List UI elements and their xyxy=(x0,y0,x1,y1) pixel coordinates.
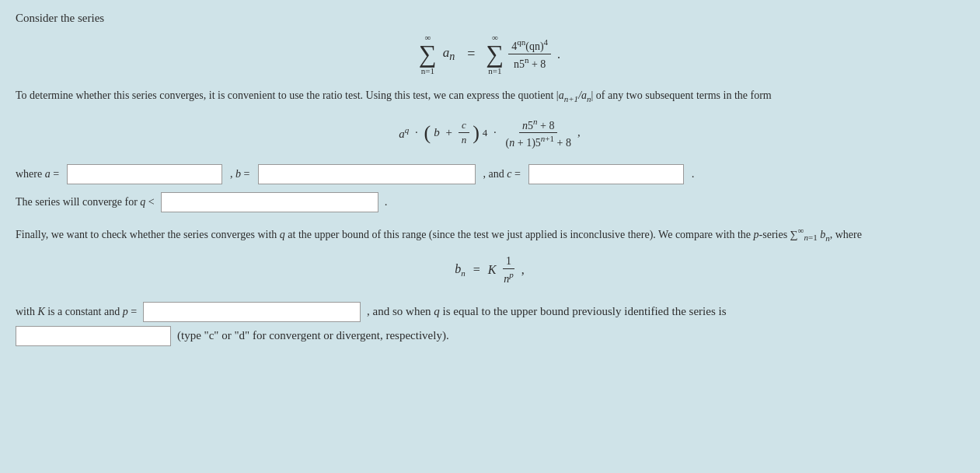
ratio-paren-open: ( xyxy=(424,123,431,143)
where-abc-line: where a = , b = , and c = . xyxy=(16,164,964,184)
bn-formula: bn = K 1 np , xyxy=(16,254,964,286)
series-dot: . xyxy=(557,47,560,61)
ratio-right-fraction: n5n + 8 (n + 1)5n+1 + 8 xyxy=(503,116,574,150)
input-c[interactable] xyxy=(528,164,684,184)
last-input-line: (type "c" or "d" for convergent or diver… xyxy=(16,326,964,346)
sigma-symbol-right: ∑ xyxy=(486,40,504,68)
bn-fraction: 1 np xyxy=(500,254,517,286)
and-so-label: , and so when q is equal to the upper bo… xyxy=(367,305,726,318)
ratio-expression: aq · ( b + c n ) 4 · n5n + 8 (n + 1)5n+1… xyxy=(16,116,964,150)
a-subscript-label: an+1/an xyxy=(559,89,591,101)
series-numer: 4qn(qn)4 xyxy=(508,37,551,54)
series-formula: ∞ ∑ n=1 an = ∞ ∑ n=1 4qn(qn)4 n5n + 8 . xyxy=(16,33,964,75)
converge-line: The series will converge for q < . xyxy=(16,192,964,212)
ratio-dot2: · xyxy=(490,126,499,139)
bn-numer: 1 xyxy=(503,254,514,269)
input-p[interactable] xyxy=(143,302,361,322)
ratio-paren-close: ) xyxy=(473,123,480,143)
content-area: Consider the series ∞ ∑ n=1 an = ∞ ∑ n=1… xyxy=(16,12,964,346)
series-fraction: 4qn(qn)4 n5n + 8 xyxy=(508,37,551,71)
input-final[interactable] xyxy=(16,326,171,346)
where-a-label: where a = xyxy=(16,168,59,180)
bn-K-label: K xyxy=(488,263,497,277)
an-label: an xyxy=(443,45,455,63)
ratio-right-denom: (n + 1)5n+1 + 8 xyxy=(503,133,574,150)
equals-sign: = xyxy=(467,46,475,62)
period-1: . xyxy=(692,167,695,180)
left-sigma: ∞ ∑ n=1 xyxy=(419,33,437,75)
input-b[interactable] xyxy=(258,164,476,184)
and-c-label: , and c = xyxy=(483,168,521,180)
with-k-label: with K is a constant and p = xyxy=(16,306,137,318)
sigma-bottom-left: n=1 xyxy=(421,66,434,75)
bn-label: bn xyxy=(455,262,466,278)
sigma-bottom-right: n=1 xyxy=(488,66,501,75)
with-k-line: with K is a constant and p = , and so wh… xyxy=(16,302,964,322)
b-label: , b = xyxy=(230,168,249,180)
input-converge[interactable] xyxy=(161,192,378,212)
ratio-dot1: · xyxy=(412,126,420,139)
description-text: To determine whether this series converg… xyxy=(16,87,964,106)
ratio-b-label: b xyxy=(434,126,440,139)
bn-equals: = xyxy=(470,263,483,277)
type-hint: (type "c" or "d" for convergent or diver… xyxy=(177,329,449,342)
ratio-power: 4 xyxy=(483,127,488,139)
sigma-symbol-left: ∑ xyxy=(419,40,437,68)
right-sigma: ∞ ∑ n=1 xyxy=(486,33,504,75)
c-over-n-fraction: c n xyxy=(459,118,470,147)
input-a[interactable] xyxy=(67,164,222,184)
c-numer: c xyxy=(459,118,469,133)
ratio-comma: , xyxy=(577,126,581,139)
intro-label: Consider the series xyxy=(16,12,104,24)
bn-denom: np xyxy=(500,269,517,286)
finally-text: Finally, we want to check whether the se… xyxy=(16,224,964,245)
period-2: . xyxy=(385,195,388,208)
series-denom: n5n + 8 xyxy=(511,54,549,72)
converge-label: The series will converge for q < xyxy=(16,196,155,208)
ratio-plus: + xyxy=(443,126,455,139)
ratio-a-label: aq xyxy=(399,125,409,141)
n-denom: n xyxy=(459,133,470,147)
intro-text: Consider the series xyxy=(16,12,964,25)
bn-comma: , xyxy=(521,263,525,277)
ratio-right-numer: n5n + 8 xyxy=(519,116,557,134)
